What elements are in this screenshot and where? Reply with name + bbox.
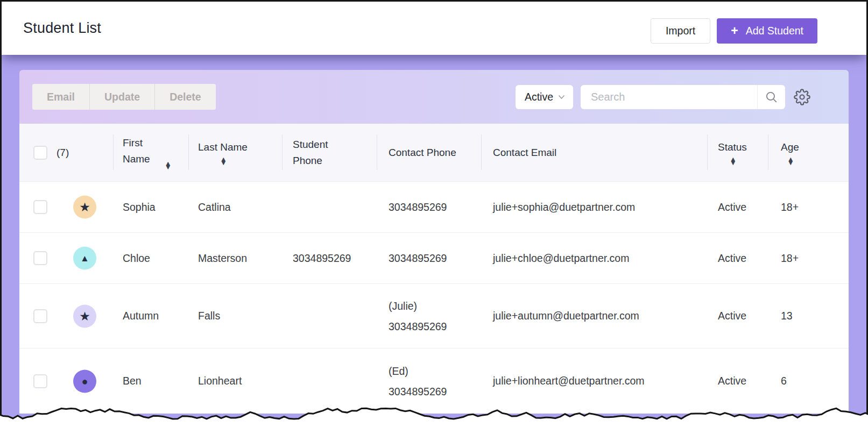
toolbar-right: Active (516, 85, 811, 109)
chevron-down-icon (558, 95, 565, 99)
column-header-first-name[interactable]: First Name▲▼ (113, 124, 188, 181)
toolbar: Email Update Delete Active (19, 70, 849, 124)
avatar-icon: ★ (73, 304, 96, 328)
sort-icon: ▲▼ (199, 158, 248, 166)
contact-email-cell: julie+lionheart@duetpartner.com (481, 375, 707, 387)
first-name-cell: Chloe (113, 252, 188, 265)
row-checkbox[interactable] (33, 200, 47, 214)
import-button[interactable]: Import (651, 18, 710, 44)
status-cell: Active (707, 201, 768, 213)
table-row[interactable]: ▲ Chloe Masterson 3034895269 3034895269 … (19, 232, 849, 283)
column-header-contact-email: Contact Email (481, 124, 707, 181)
contact-phone-cell: 3034895269 (377, 197, 481, 217)
contact-email-cell: julie+chloe@duetpartner.com (481, 252, 707, 265)
header-actions: Import + Add Student (651, 18, 817, 44)
table-row[interactable]: ★ Sophia Catlina 3034895269 julie+sophia… (19, 181, 849, 232)
last-name-cell: Masterson (188, 252, 282, 265)
page-title: Student List (23, 20, 101, 37)
row-checkbox[interactable] (33, 309, 47, 323)
sort-icon: ▲▼ (719, 158, 747, 166)
column-header-last-name[interactable]: Last Name▲▼ (188, 124, 282, 181)
table-row[interactable]: ● Ben Lionheart (Ed) 3034895269 julie+li… (19, 348, 849, 414)
column-header-status[interactable]: Status▲▼ (707, 124, 768, 181)
update-button[interactable]: Update (90, 84, 155, 110)
status-cell: Active (707, 310, 768, 322)
status-cell: Active (707, 375, 768, 387)
age-cell: 6 (768, 375, 849, 387)
student-list-panel: Email Update Delete Active (19, 70, 849, 414)
status-filter-select[interactable]: Active (516, 85, 573, 109)
contact-phone-cell: (Julie) 3034895269 (377, 296, 481, 337)
selected-count: (7) (57, 145, 69, 160)
gear-icon (794, 89, 810, 105)
avatar-icon: ● (73, 369, 96, 393)
sort-icon: ▲▼ (782, 158, 799, 166)
status-cell: Active (707, 252, 768, 265)
age-cell: 18+ (768, 252, 849, 265)
column-header-student-phone: Student Phone (282, 124, 377, 181)
select-all-checkbox[interactable] (33, 146, 47, 160)
age-cell: 18+ (768, 201, 849, 213)
first-name-cell: Ben (113, 375, 188, 387)
contact-phone-cell: 3034895269 (377, 248, 481, 268)
sort-icon: ▲▼ (165, 162, 171, 170)
search-button[interactable] (757, 85, 785, 109)
last-name-cell: Lionheart (188, 375, 282, 387)
first-name-cell: Autumn (113, 310, 188, 322)
avatar-icon: ★ (73, 196, 96, 219)
add-student-button[interactable]: + Add Student (717, 18, 817, 44)
search-box (581, 85, 785, 109)
table-body: ★ Sophia Catlina 3034895269 julie+sophia… (19, 181, 849, 414)
row-checkbox[interactable] (33, 251, 47, 265)
avatar-icon: ▲ (73, 247, 96, 270)
app-header: Student List Import + Add Student (2, 2, 866, 55)
email-button[interactable]: Email (32, 84, 90, 110)
column-header-contact-phone: Contact Phone (377, 124, 481, 181)
delete-button[interactable]: Delete (155, 84, 216, 110)
column-header-select: (7) (19, 124, 113, 181)
search-input[interactable] (581, 85, 757, 109)
settings-button[interactable] (793, 88, 811, 106)
row-checkbox[interactable] (33, 374, 47, 388)
table-header-row: (7) First Name▲▼ Last Name▲▼ Student Pho… (19, 124, 849, 181)
plus-icon: + (731, 25, 738, 37)
age-cell: 13 (768, 310, 849, 322)
first-name-cell: Sophia (113, 201, 188, 213)
student-phone-cell: 3034895269 (282, 252, 377, 265)
contact-email-cell: julie+autumn@duetpartner.com (481, 310, 707, 322)
bulk-actions-group: Email Update Delete (32, 84, 216, 110)
last-name-cell: Falls (188, 310, 282, 322)
contact-email-cell: julie+sophia@duetpartner.com (481, 201, 707, 213)
search-icon (765, 90, 778, 104)
column-header-age[interactable]: Age▲▼ (768, 124, 849, 181)
last-name-cell: Catlina (188, 201, 282, 213)
contact-phone-cell: (Ed) 3034895269 (377, 361, 481, 402)
table-row[interactable]: ★ Autumn Falls (Julie) 3034895269 julie+… (19, 283, 849, 348)
